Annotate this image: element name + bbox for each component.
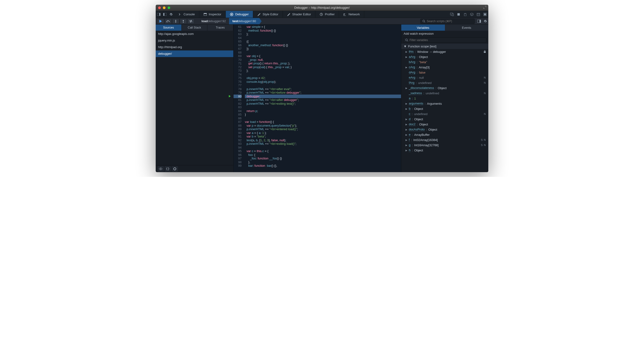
resume-button[interactable] bbox=[157, 19, 164, 24]
twisty-icon: ▶ bbox=[406, 66, 408, 68]
prettyprint-icon[interactable]: {} bbox=[165, 166, 171, 172]
variable-row[interactable]: a:1 bbox=[401, 96, 488, 101]
svg-rect-1 bbox=[159, 13, 160, 16]
code-editor[interactable]: 6162636465666768697071727374757677787980… bbox=[234, 24, 401, 172]
variable-row[interactable]: fArg:undefinedN bbox=[401, 80, 488, 85]
variable-row[interactable]: ▶arguments:Arguments bbox=[401, 101, 488, 106]
svg-rect-8 bbox=[232, 14, 232, 15]
variable-row[interactable]: ▶_disconsolateness:Object bbox=[401, 85, 488, 90]
svg-rect-25 bbox=[484, 52, 486, 53]
variable-value: Object bbox=[414, 148, 423, 152]
filter-variables-input[interactable] bbox=[410, 38, 484, 42]
swap-icon[interactable] bbox=[187, 19, 194, 24]
variable-name: arguments bbox=[409, 102, 423, 106]
calendar-icon[interactable] bbox=[475, 11, 482, 18]
network-icon bbox=[343, 13, 346, 16]
variable-name: _sadness bbox=[409, 91, 422, 95]
variable-row[interactable]: ▶aArg:Object bbox=[401, 54, 488, 60]
variable-row[interactable]: eArg:nullN bbox=[401, 75, 488, 80]
variable-row[interactable]: bArg:"beta" bbox=[401, 60, 488, 64]
variable-value: Int16Array[32768] bbox=[414, 144, 438, 147]
variable-row[interactable]: _sadness:undefinedN bbox=[401, 90, 488, 96]
close-traffic-light[interactable] bbox=[158, 6, 161, 9]
tool-tab-inspector[interactable]: Inspector bbox=[199, 11, 226, 18]
tool-tab-debugger[interactable]: Debugger bbox=[226, 11, 253, 18]
variable-name: _disconsolateness bbox=[409, 86, 434, 90]
source-item[interactable]: jquery.min.js bbox=[156, 37, 233, 44]
box3d-icon[interactable] bbox=[468, 11, 475, 18]
sidebar-tab-call-stack[interactable]: Call Stack bbox=[182, 24, 208, 31]
svg-point-18 bbox=[183, 22, 184, 23]
variable-row[interactable]: c:undefinedN bbox=[401, 111, 488, 116]
variable-row[interactable]: ▶g:Int16Array[32768]S N bbox=[401, 142, 488, 148]
scope-header[interactable]: ▼ Function scope [test] bbox=[401, 44, 488, 49]
variable-name: a bbox=[409, 96, 410, 100]
variable-value: Arguments bbox=[427, 102, 442, 106]
sidebar-tab-traces[interactable]: Traces bbox=[207, 24, 233, 31]
variable-name: c bbox=[409, 112, 410, 116]
paintflash-icon[interactable] bbox=[455, 11, 462, 18]
twisty-icon: ▶ bbox=[406, 144, 408, 146]
variable-value: Object bbox=[414, 107, 423, 110]
stackframe-test[interactable]: test debugger/:80 bbox=[229, 18, 259, 24]
blackbox-icon[interactable] bbox=[158, 166, 164, 172]
dock-window-icon[interactable] bbox=[162, 11, 168, 18]
source-item[interactable]: http://ajax.googleapis.com bbox=[156, 31, 233, 37]
tool-tab-style-editor[interactable]: Style Editor bbox=[253, 11, 282, 18]
variable-row[interactable]: ▶docAsProto:Object bbox=[401, 127, 488, 132]
twisty-icon: ▶ bbox=[406, 118, 408, 120]
window-title: Debugger – http://htmlpad.org/debugger/ bbox=[156, 6, 488, 10]
tool-tab-shader-editor[interactable]: Shader Editor bbox=[283, 11, 316, 18]
toggle-panes-icon[interactable] bbox=[476, 19, 482, 24]
variable-row[interactable]: ▶e:ArrayBuffer bbox=[401, 132, 488, 137]
search-icon bbox=[422, 20, 425, 23]
variable-row[interactable]: ▶b:Object bbox=[401, 106, 488, 111]
tool-tab-console[interactable]: Console bbox=[174, 11, 199, 18]
variable-name: g bbox=[409, 143, 410, 147]
add-watch-expression[interactable]: Add watch expression bbox=[401, 31, 488, 36]
variable-name: e bbox=[409, 133, 410, 136]
popup-icon[interactable] bbox=[482, 11, 488, 18]
step-in-button[interactable] bbox=[172, 19, 179, 24]
script-search[interactable] bbox=[420, 19, 475, 24]
variable-row[interactable]: ▶cArg:Array[3] bbox=[401, 64, 488, 70]
varpanel-tab-variables[interactable]: Variables bbox=[401, 24, 445, 31]
variable-row[interactable]: ▶h:Object bbox=[401, 148, 488, 153]
tool-tab-profiler[interactable]: Profiler bbox=[316, 11, 339, 18]
variable-badge: S N bbox=[481, 138, 486, 141]
variables-panel: VariablesEvents Add watch expression ▼ F… bbox=[401, 24, 488, 172]
trace-icon[interactable] bbox=[172, 166, 178, 172]
tool-tab-network[interactable]: Network bbox=[339, 11, 364, 18]
maximize-icon[interactable] bbox=[483, 6, 487, 10]
variable-value: "beta" bbox=[419, 60, 427, 64]
minimize-traffic-light[interactable] bbox=[163, 6, 166, 9]
debugger-settings-gear-icon[interactable] bbox=[482, 19, 488, 24]
dock-side-icon[interactable] bbox=[156, 11, 162, 18]
twisty-icon: ▶ bbox=[406, 108, 408, 110]
variable-row[interactable]: dArg:false bbox=[401, 70, 488, 75]
variable-row[interactable]: ▶d:Object bbox=[401, 116, 488, 122]
responsive-icon[interactable] bbox=[449, 11, 455, 18]
script-search-input[interactable] bbox=[427, 20, 472, 23]
step-over-button[interactable] bbox=[165, 19, 172, 24]
settings-gear-icon[interactable] bbox=[168, 11, 174, 18]
zoom-traffic-light[interactable] bbox=[168, 6, 170, 9]
sidebar-tab-sources[interactable]: Sources bbox=[156, 24, 182, 31]
twisty-icon: ▶ bbox=[406, 139, 408, 141]
variable-name: f bbox=[409, 138, 410, 142]
variable-name: doc2 bbox=[409, 122, 416, 126]
twisty-icon: ▶ bbox=[406, 102, 408, 105]
source-item[interactable]: http://htmlpad.org bbox=[156, 44, 233, 50]
variable-row[interactable]: ▶f:Int32Array[16384]S N bbox=[401, 137, 488, 142]
variable-value: undefined bbox=[418, 81, 432, 85]
svg-rect-3 bbox=[163, 13, 164, 16]
varpanel-tab-events[interactable]: Events bbox=[445, 24, 488, 31]
scratchpad-icon[interactable] bbox=[462, 11, 468, 18]
variable-row[interactable]: ▶this:Window → debugger bbox=[401, 49, 488, 54]
variable-row[interactable]: ▶doc2:Object bbox=[401, 122, 488, 127]
source-item[interactable]: debugger/ bbox=[156, 50, 233, 57]
stackframe-load[interactable]: load debugger/:92 bbox=[198, 18, 229, 24]
filter-variables[interactable] bbox=[403, 38, 486, 43]
step-out-button[interactable] bbox=[180, 19, 187, 24]
variable-value: false bbox=[419, 71, 425, 74]
